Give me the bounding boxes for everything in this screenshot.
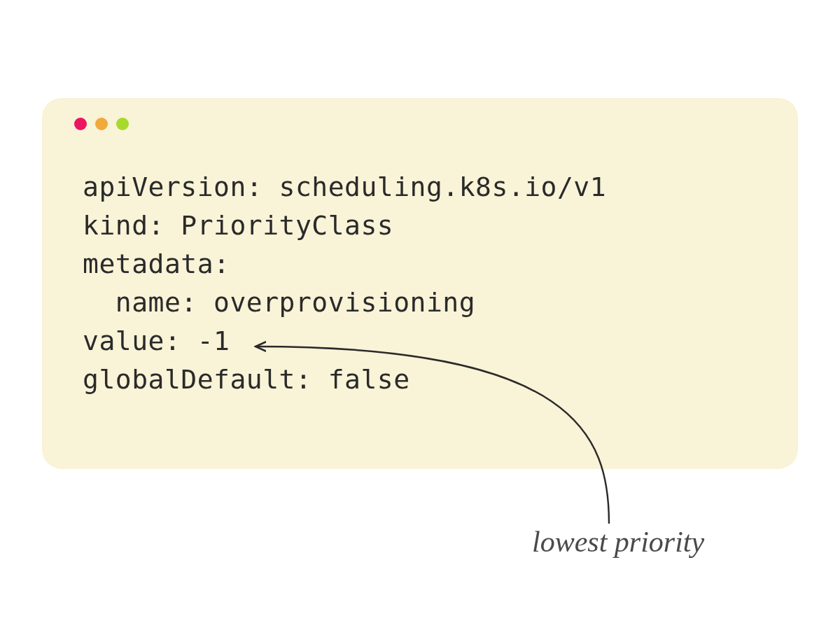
annotation-label: lowest priority (532, 525, 704, 559)
code-line: name: overprovisioning (83, 287, 475, 318)
code-line: kind: PriorityClass (83, 210, 393, 241)
code-line: apiVersion: scheduling.k8s.io/v1 (83, 172, 606, 202)
code-line: value: -1 (83, 326, 230, 356)
minimize-icon (95, 118, 108, 130)
code-line: metadata: (83, 248, 230, 279)
traffic-lights (74, 118, 770, 130)
code-line: globalDefault: false (83, 364, 410, 395)
close-icon (74, 118, 87, 130)
code-window: apiVersion: scheduling.k8s.io/v1 kind: P… (42, 98, 798, 469)
maximize-icon (116, 118, 129, 130)
yaml-code-block: apiVersion: scheduling.k8s.io/v1 kind: P… (83, 168, 770, 400)
